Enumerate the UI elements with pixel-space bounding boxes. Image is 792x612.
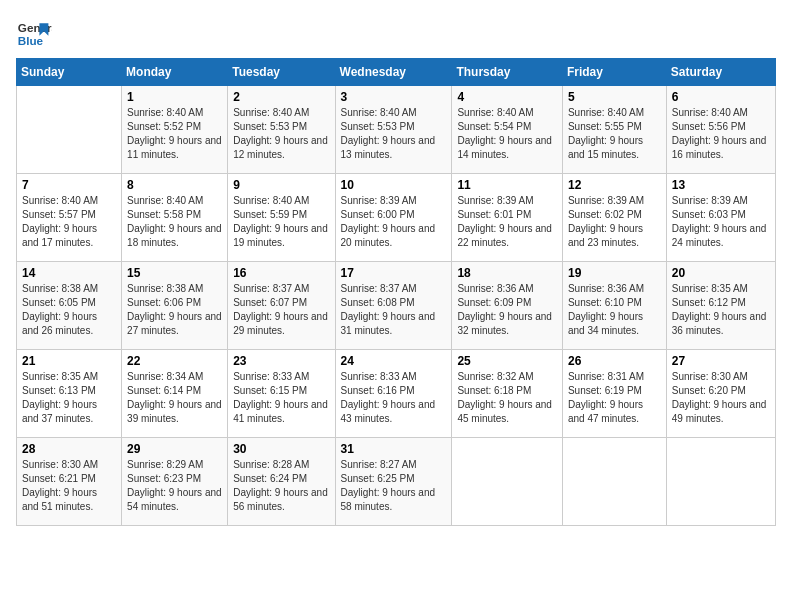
day-number: 17 [341,266,447,280]
day-number: 14 [22,266,116,280]
day-number: 26 [568,354,661,368]
calendar-cell: 23Sunrise: 8:33 AMSunset: 6:15 PMDayligh… [228,350,335,438]
calendar-cell: 2Sunrise: 8:40 AMSunset: 5:53 PMDaylight… [228,86,335,174]
day-number: 9 [233,178,329,192]
calendar-cell: 6Sunrise: 8:40 AMSunset: 5:56 PMDaylight… [666,86,775,174]
page-header: General Blue [16,16,776,52]
day-number: 8 [127,178,222,192]
calendar-week-4: 21Sunrise: 8:35 AMSunset: 6:13 PMDayligh… [17,350,776,438]
calendar-week-2: 7Sunrise: 8:40 AMSunset: 5:57 PMDaylight… [17,174,776,262]
calendar-cell: 17Sunrise: 8:37 AMSunset: 6:08 PMDayligh… [335,262,452,350]
day-number: 2 [233,90,329,104]
day-info: Sunrise: 8:40 AMSunset: 5:52 PMDaylight:… [127,106,222,162]
calendar-cell: 28Sunrise: 8:30 AMSunset: 6:21 PMDayligh… [17,438,122,526]
day-of-week-header: SundayMondayTuesdayWednesdayThursdayFrid… [17,59,776,86]
day-info: Sunrise: 8:40 AMSunset: 5:56 PMDaylight:… [672,106,770,162]
day-info: Sunrise: 8:36 AMSunset: 6:09 PMDaylight:… [457,282,557,338]
logo: General Blue [16,16,52,52]
day-number: 13 [672,178,770,192]
calendar-cell: 18Sunrise: 8:36 AMSunset: 6:09 PMDayligh… [452,262,563,350]
day-number: 6 [672,90,770,104]
day-info: Sunrise: 8:37 AMSunset: 6:08 PMDaylight:… [341,282,447,338]
day-number: 23 [233,354,329,368]
day-number: 30 [233,442,329,456]
dow-saturday: Saturday [666,59,775,86]
day-number: 20 [672,266,770,280]
day-info: Sunrise: 8:33 AMSunset: 6:16 PMDaylight:… [341,370,447,426]
day-number: 31 [341,442,447,456]
day-number: 24 [341,354,447,368]
calendar-cell: 12Sunrise: 8:39 AMSunset: 6:02 PMDayligh… [562,174,666,262]
calendar-cell: 31Sunrise: 8:27 AMSunset: 6:25 PMDayligh… [335,438,452,526]
day-info: Sunrise: 8:32 AMSunset: 6:18 PMDaylight:… [457,370,557,426]
day-number: 7 [22,178,116,192]
calendar-cell: 26Sunrise: 8:31 AMSunset: 6:19 PMDayligh… [562,350,666,438]
dow-sunday: Sunday [17,59,122,86]
day-info: Sunrise: 8:40 AMSunset: 5:57 PMDaylight:… [22,194,116,250]
calendar-cell: 13Sunrise: 8:39 AMSunset: 6:03 PMDayligh… [666,174,775,262]
day-number: 28 [22,442,116,456]
day-number: 12 [568,178,661,192]
dow-friday: Friday [562,59,666,86]
calendar-cell [666,438,775,526]
day-info: Sunrise: 8:28 AMSunset: 6:24 PMDaylight:… [233,458,329,514]
calendar-cell: 10Sunrise: 8:39 AMSunset: 6:00 PMDayligh… [335,174,452,262]
day-info: Sunrise: 8:39 AMSunset: 6:03 PMDaylight:… [672,194,770,250]
calendar-week-5: 28Sunrise: 8:30 AMSunset: 6:21 PMDayligh… [17,438,776,526]
day-info: Sunrise: 8:39 AMSunset: 6:01 PMDaylight:… [457,194,557,250]
day-info: Sunrise: 8:40 AMSunset: 5:53 PMDaylight:… [233,106,329,162]
day-number: 19 [568,266,661,280]
calendar-cell: 11Sunrise: 8:39 AMSunset: 6:01 PMDayligh… [452,174,563,262]
calendar-week-3: 14Sunrise: 8:38 AMSunset: 6:05 PMDayligh… [17,262,776,350]
day-number: 21 [22,354,116,368]
calendar-cell: 4Sunrise: 8:40 AMSunset: 5:54 PMDaylight… [452,86,563,174]
calendar-cell: 3Sunrise: 8:40 AMSunset: 5:53 PMDaylight… [335,86,452,174]
calendar-cell: 29Sunrise: 8:29 AMSunset: 6:23 PMDayligh… [122,438,228,526]
day-info: Sunrise: 8:39 AMSunset: 6:02 PMDaylight:… [568,194,661,250]
dow-monday: Monday [122,59,228,86]
dow-tuesday: Tuesday [228,59,335,86]
day-number: 22 [127,354,222,368]
calendar-cell: 20Sunrise: 8:35 AMSunset: 6:12 PMDayligh… [666,262,775,350]
calendar-cell [562,438,666,526]
day-info: Sunrise: 8:38 AMSunset: 6:05 PMDaylight:… [22,282,116,338]
day-number: 29 [127,442,222,456]
day-info: Sunrise: 8:38 AMSunset: 6:06 PMDaylight:… [127,282,222,338]
calendar-body: 1Sunrise: 8:40 AMSunset: 5:52 PMDaylight… [17,86,776,526]
calendar-cell: 30Sunrise: 8:28 AMSunset: 6:24 PMDayligh… [228,438,335,526]
day-number: 1 [127,90,222,104]
calendar-cell: 22Sunrise: 8:34 AMSunset: 6:14 PMDayligh… [122,350,228,438]
calendar-week-1: 1Sunrise: 8:40 AMSunset: 5:52 PMDaylight… [17,86,776,174]
day-info: Sunrise: 8:31 AMSunset: 6:19 PMDaylight:… [568,370,661,426]
day-number: 5 [568,90,661,104]
svg-text:Blue: Blue [18,34,44,47]
calendar-cell: 27Sunrise: 8:30 AMSunset: 6:20 PMDayligh… [666,350,775,438]
day-info: Sunrise: 8:29 AMSunset: 6:23 PMDaylight:… [127,458,222,514]
day-info: Sunrise: 8:40 AMSunset: 5:54 PMDaylight:… [457,106,557,162]
calendar-cell: 15Sunrise: 8:38 AMSunset: 6:06 PMDayligh… [122,262,228,350]
day-info: Sunrise: 8:30 AMSunset: 6:20 PMDaylight:… [672,370,770,426]
calendar-table: SundayMondayTuesdayWednesdayThursdayFrid… [16,58,776,526]
calendar-cell: 5Sunrise: 8:40 AMSunset: 5:55 PMDaylight… [562,86,666,174]
calendar-cell: 25Sunrise: 8:32 AMSunset: 6:18 PMDayligh… [452,350,563,438]
calendar-cell: 9Sunrise: 8:40 AMSunset: 5:59 PMDaylight… [228,174,335,262]
calendar-cell: 8Sunrise: 8:40 AMSunset: 5:58 PMDaylight… [122,174,228,262]
calendar-cell: 24Sunrise: 8:33 AMSunset: 6:16 PMDayligh… [335,350,452,438]
day-number: 16 [233,266,329,280]
day-number: 10 [341,178,447,192]
dow-thursday: Thursday [452,59,563,86]
day-info: Sunrise: 8:39 AMSunset: 6:00 PMDaylight:… [341,194,447,250]
calendar-cell: 21Sunrise: 8:35 AMSunset: 6:13 PMDayligh… [17,350,122,438]
calendar-cell: 14Sunrise: 8:38 AMSunset: 6:05 PMDayligh… [17,262,122,350]
calendar-cell: 1Sunrise: 8:40 AMSunset: 5:52 PMDaylight… [122,86,228,174]
day-info: Sunrise: 8:27 AMSunset: 6:25 PMDaylight:… [341,458,447,514]
logo-icon: General Blue [16,16,52,52]
day-number: 11 [457,178,557,192]
calendar-cell: 7Sunrise: 8:40 AMSunset: 5:57 PMDaylight… [17,174,122,262]
day-info: Sunrise: 8:40 AMSunset: 5:58 PMDaylight:… [127,194,222,250]
day-number: 25 [457,354,557,368]
day-number: 3 [341,90,447,104]
day-info: Sunrise: 8:35 AMSunset: 6:13 PMDaylight:… [22,370,116,426]
day-info: Sunrise: 8:35 AMSunset: 6:12 PMDaylight:… [672,282,770,338]
day-number: 15 [127,266,222,280]
